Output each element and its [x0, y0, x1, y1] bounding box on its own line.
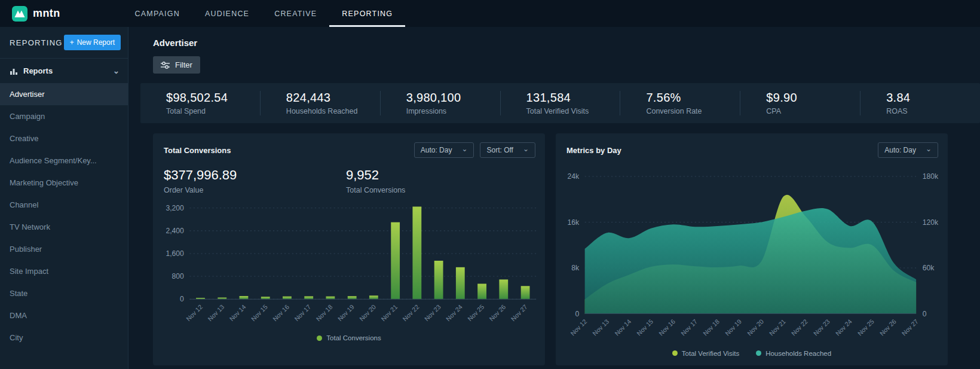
kpi-value: $98,502.54: [166, 91, 260, 105]
chevron-down-icon: ⌄: [113, 69, 120, 74]
svg-text:Nov 12: Nov 12: [569, 318, 588, 337]
kpi-label: Total Spend: [166, 107, 260, 115]
svg-text:0: 0: [575, 310, 579, 318]
sidebar-item-advertiser[interactable]: Advertiser: [0, 83, 128, 105]
svg-text:Nov 23: Nov 23: [423, 303, 442, 322]
kpi-total-spend: $98,502.54 Total Spend: [140, 91, 260, 115]
auto-day-select[interactable]: Auto: Day ⌄: [878, 142, 938, 158]
sidebar: REPORTING + New Report Reports ⌄ Adverti…: [0, 27, 128, 369]
kpi-total-verified-visits: 131,584 Total Verified Visits: [500, 91, 620, 115]
sidebar-item-site-impact[interactable]: Site Impact: [0, 260, 128, 282]
kpi-value: $9.90: [766, 91, 860, 105]
nav-tab-reporting[interactable]: REPORTING: [329, 0, 405, 27]
svg-text:Nov 19: Nov 19: [724, 318, 743, 337]
sidebar-item-audience-segment-keyword[interactable]: Audience Segment/Key...: [0, 150, 128, 172]
new-report-button[interactable]: + New Report: [64, 35, 121, 50]
svg-text:120k: 120k: [923, 218, 939, 227]
total-conversions-chart: 08001,6002,4003,200Nov 12Nov 13Nov 14Nov…: [153, 199, 545, 333]
kpi-value: 131,584: [526, 91, 620, 105]
primary-nav: CAMPAIGN AUDIENCE CREATIVE REPORTING: [122, 0, 406, 27]
filter-button[interactable]: Filter: [153, 56, 200, 74]
kpi-label: Impressions: [406, 107, 500, 115]
sidebar-item-state[interactable]: State: [0, 282, 128, 304]
kpi-value: 3,980,100: [406, 91, 500, 105]
svg-text:Nov 24: Nov 24: [445, 303, 464, 322]
sidebar-item-publisher[interactable]: Publisher: [0, 238, 128, 260]
kpi-label: Conversion Rate: [646, 107, 740, 115]
svg-text:Nov 16: Nov 16: [271, 303, 290, 322]
legend-item-households-reached[interactable]: Households Reached: [756, 350, 831, 357]
chart-legend: Total Conversions: [153, 334, 545, 341]
stat-order-value: $377,996.89 Order Value: [164, 167, 346, 194]
select-value: Auto: Day: [884, 146, 916, 154]
logo[interactable]: mntn: [12, 0, 60, 27]
sidebar-header: REPORTING + New Report: [0, 27, 128, 59]
filter-label: Filter: [175, 60, 192, 69]
charts-row: Total Conversions Auto: Day ⌄ Sort: Off …: [153, 133, 948, 365]
sidebar-item-tv-network[interactable]: TV Network: [0, 216, 128, 238]
kpi-value: 3.84: [886, 91, 980, 105]
legend-item-total-conversions[interactable]: Total Conversions: [317, 334, 381, 341]
chevron-down-icon: ⌄: [926, 147, 932, 151]
stat-value: 9,952: [346, 167, 528, 183]
svg-text:Nov 21: Nov 21: [768, 318, 787, 337]
select-value: Sort: Off: [486, 146, 513, 154]
nav-tab-creative[interactable]: CREATIVE: [262, 0, 329, 27]
nav-tab-audience[interactable]: AUDIENCE: [192, 0, 262, 27]
topbar: mntn CAMPAIGN AUDIENCE CREATIVE REPORTIN…: [0, 0, 980, 27]
legend-label: Total Conversions: [326, 334, 381, 341]
sidebar-section-label: Reports: [23, 66, 53, 75]
svg-text:180k: 180k: [923, 172, 939, 181]
kpi-cpa: $9.90 CPA: [740, 91, 860, 115]
svg-text:0: 0: [923, 310, 927, 318]
svg-text:Nov 26: Nov 26: [488, 303, 507, 322]
sidebar-section-reports[interactable]: Reports ⌄: [0, 59, 128, 83]
sidebar-item-channel[interactable]: Channel: [0, 194, 128, 216]
svg-text:Nov 19: Nov 19: [336, 303, 356, 322]
svg-text:Nov 27: Nov 27: [901, 318, 920, 337]
svg-text:Nov 22: Nov 22: [401, 303, 420, 322]
svg-text:Nov 12: Nov 12: [185, 303, 204, 322]
stat-label: Order Value: [164, 186, 346, 194]
svg-text:Nov 25: Nov 25: [466, 303, 485, 322]
filter-sliders-icon: [161, 62, 170, 69]
sidebar-item-marketing-objective[interactable]: Marketing Objective: [0, 172, 128, 194]
svg-text:Nov 20: Nov 20: [358, 303, 377, 322]
stat-total-conversions: 9,952 Total Conversions: [346, 167, 528, 194]
total-conversions-card: Total Conversions Auto: Day ⌄ Sort: Off …: [153, 133, 545, 365]
svg-text:Nov 15: Nov 15: [250, 303, 269, 322]
kpi-impressions: 3,980,100 Impressions: [380, 91, 500, 115]
svg-text:Nov 13: Nov 13: [591, 318, 610, 337]
legend-item-total-verified-visits[interactable]: Total Verified Visits: [672, 350, 739, 357]
auto-day-select[interactable]: Auto: Day ⌄: [414, 142, 474, 158]
sidebar-item-city[interactable]: City: [0, 327, 128, 349]
kpi-value: 7.56%: [646, 91, 740, 105]
kpi-conversion-rate: 7.56% Conversion Rate: [620, 91, 740, 115]
svg-text:Nov 17: Nov 17: [293, 303, 312, 322]
card-stats: $377,996.89 Order Value 9,952 Total Conv…: [153, 163, 545, 196]
sidebar-item-campaign[interactable]: Campaign: [0, 105, 128, 127]
svg-text:0: 0: [180, 295, 184, 303]
stat-label: Total Conversions: [346, 186, 528, 194]
sidebar-title: REPORTING: [10, 38, 63, 47]
svg-text:1,600: 1,600: [166, 249, 184, 258]
svg-text:60k: 60k: [923, 264, 935, 272]
metrics-by-day-chart: 008k60k16k120k24k180kNov 12Nov 13Nov 14N…: [556, 166, 948, 349]
mntn-logo-icon: [12, 6, 27, 22]
page-title: Advertiser: [153, 38, 948, 48]
stat-value: $377,996.89: [164, 167, 346, 183]
sidebar-item-creative[interactable]: Creative: [0, 127, 128, 150]
svg-text:3,200: 3,200: [166, 204, 184, 212]
legend-label: Total Verified Visits: [682, 350, 739, 357]
nav-tab-campaign[interactable]: CAMPAIGN: [122, 0, 192, 27]
metrics-by-day-card: Metrics by Day Auto: Day ⌄: [556, 133, 948, 365]
sidebar-item-dma[interactable]: DMA: [0, 304, 128, 327]
sort-select[interactable]: Sort: Off ⌄: [480, 142, 535, 158]
svg-text:Nov 14: Nov 14: [228, 303, 247, 322]
svg-text:Nov 20: Nov 20: [746, 318, 765, 337]
card-header: Metrics by Day Auto: Day ⌄: [556, 133, 948, 163]
svg-text:Nov 27: Nov 27: [510, 303, 529, 322]
kpi-summary-band: $98,502.54 Total Spend 824,443 Household…: [140, 83, 980, 123]
kpi-value: 824,443: [286, 91, 380, 105]
bar-chart-icon: [10, 67, 18, 75]
